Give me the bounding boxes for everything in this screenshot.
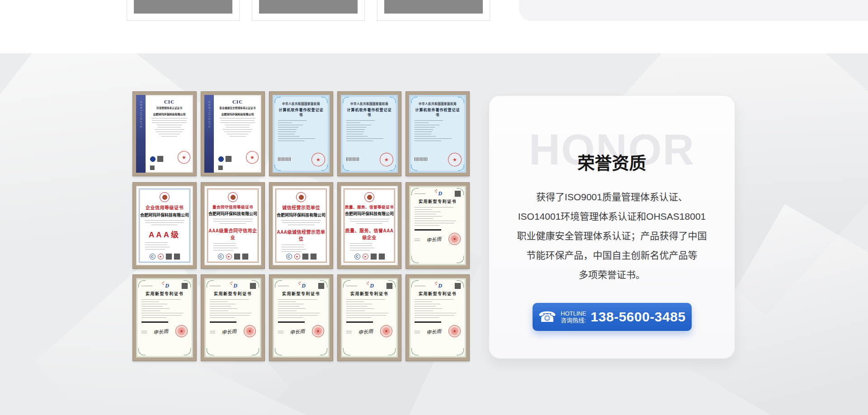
- certificate-title: 实用新型专利证书: [415, 198, 461, 204]
- certificate-paper: 中华人民共和国国家版权局 计算机软件著作权登记证书 ★: [409, 95, 466, 173]
- certificate-paper: D 实用新型专利证书 申长雨 ★: [136, 278, 193, 358]
- cnipa-logo: D: [438, 190, 442, 197]
- red-seal: ★: [380, 325, 392, 337]
- certificate-thumbnail-patent[interactable]: D 实用新型专利证书 申长雨 ★: [406, 275, 469, 361]
- certificate-thumbnail-patent[interactable]: D 实用新型专利证书 申长雨 ★: [406, 183, 469, 269]
- qr-code: [318, 283, 324, 289]
- project-photo-card[interactable]: [127, 0, 240, 21]
- red-stamp: ★: [177, 150, 191, 165]
- description-line: 职业健康安全管理体系认证；产品获得了中国: [503, 226, 721, 245]
- certificate-text-lines: [348, 219, 391, 224]
- certificate-text-lines: [149, 127, 189, 137]
- project-photo-card[interactable]: [377, 0, 490, 21]
- red-seal: ★: [244, 325, 256, 337]
- certificate-thumbnail-patent[interactable]: D 实用新型专利证书 申长雨 ★: [338, 275, 401, 361]
- certificate-paper: D 实用新型专利证书 申长雨 ★: [273, 278, 330, 358]
- signature: 申长雨: [221, 327, 236, 335]
- certificate-paper: 中华人民共和国国家版权局 计算机软件著作权登记证书 ★: [341, 95, 398, 173]
- qr-code: [302, 254, 308, 259]
- cnipa-logo: D: [438, 283, 442, 289]
- cnipa-logo: D: [233, 283, 237, 289]
- certificate-paper: 质量、服务、信誉等级证书 合肥珂玛环保科技有限公司 质量、服务、信誉AAA级企业…: [341, 186, 398, 265]
- hotline-labels: HOTLINE 咨询热线:: [561, 310, 586, 324]
- credit-badge: C: [286, 254, 292, 259]
- certificate-text-lines: [142, 299, 188, 318]
- barcode: [278, 157, 292, 161]
- certificate-text-lines: [415, 299, 461, 318]
- award-grade: AAA级重合同守信用企业: [207, 227, 259, 241]
- award-grade: 质量、服务、信誉AAA级企业: [344, 227, 395, 241]
- hotline-number: 138-5600-3485: [591, 309, 686, 325]
- star-badge: ★: [294, 254, 300, 259]
- red-emblem: [364, 192, 374, 202]
- certificate-title: 实用新型专利证书: [278, 291, 324, 297]
- qr-code: [371, 254, 377, 259]
- certificate-paper: 重合同守信用等级证书 合肥珂玛环保科技有限公司 AAA级重合同守信用企业 C ★: [204, 186, 261, 265]
- certificate-thumbnail-patent[interactable]: D 实用新型专利证书 申长雨 ★: [201, 275, 264, 361]
- red-emblem: [228, 192, 238, 202]
- certificate-thumbnail-copyright[interactable]: 中华人民共和国国家版权局 计算机软件著作权登记证书 ★: [269, 92, 333, 176]
- credit-badge: C: [218, 254, 224, 259]
- certificate-title: 实用新型专利证书: [210, 291, 256, 297]
- certificate-text-lines: [282, 245, 310, 252]
- certificate-thumbnail-credit[interactable]: 诚信经营示范单位 合肥珂玛环保科技有限公司 AAA级诚信经营示范单位 C ★: [269, 183, 333, 269]
- certificate-title: 重合同守信用等级证书: [207, 204, 259, 209]
- certificate-text-lines: [350, 243, 378, 250]
- cnipa-logo: D: [370, 283, 374, 289]
- qr-code: [150, 165, 155, 170]
- description-line: ISO14001环境管理体系认证和OHSAS18001: [503, 207, 721, 226]
- signature: 申长雨: [426, 235, 441, 243]
- signature: 申长雨: [289, 327, 305, 335]
- honor-description: 获得了ISO9001质量管理体系认证、 ISO14001环境管理体系认证和OHS…: [503, 187, 721, 284]
- description-line: 获得了ISO9001质量管理体系认证、: [503, 187, 721, 207]
- certificate-thumbnail-credit[interactable]: 重合同守信用等级证书 合肥珂玛环保科技有限公司 AAA级重合同守信用企业 C ★: [201, 183, 264, 269]
- qr-code: [379, 254, 385, 259]
- honor-card: HONOR 荣誉资质 获得了ISO9001质量管理体系认证、 ISO14001环…: [489, 96, 735, 358]
- red-emblem: [296, 192, 306, 202]
- certificate-paper: D 实用新型专利证书 申长雨 ★: [341, 278, 398, 358]
- qr-code: [218, 165, 223, 170]
- certificate-paper: 中华人民共和国国家版权局 计算机软件著作权登记证书 ★: [273, 95, 330, 173]
- signature: 申长雨: [426, 327, 441, 335]
- certificate-thumbnail-patent[interactable]: D 实用新型专利证书 申长雨 ★: [269, 275, 333, 361]
- certificate-paper: 企业信用等级证书 合肥珂玛环保科技有限公司 AAA级 C ★: [136, 186, 193, 265]
- barcode: [415, 157, 428, 161]
- hotline-label-zh: 咨询热线:: [561, 317, 586, 324]
- red-stamp: ★: [245, 150, 259, 165]
- phone-icon: ☎: [538, 310, 556, 324]
- certificate-text-lines: [278, 120, 324, 141]
- excavated-foundation-pit: [384, 0, 483, 14]
- certificate-thumbnail-copyright[interactable]: 中华人民共和国国家版权局 计算机软件著作权登记证书 ★: [338, 92, 401, 176]
- certificate-title: 实用新型专利证书: [415, 291, 461, 297]
- orange-crane-truck-at-site: [259, 0, 358, 14]
- certificate-text-lines: [346, 299, 392, 318]
- issuing-authority: 中华人民共和国国家版权局: [278, 101, 324, 106]
- certificate-title: 计算机软件著作权登记证书: [346, 107, 392, 117]
- certificate-title: 职业健康安全管理体系认证证书: [218, 106, 257, 110]
- red-seal: ★: [175, 325, 188, 337]
- certificate-thumbnail-copyright[interactable]: 中华人民共和国国家版权局 计算机软件著作权登记证书 ★: [406, 92, 469, 176]
- qr-code: [455, 191, 461, 197]
- qr-code: [166, 254, 172, 259]
- hotline-button[interactable]: ☎ HOTLINE 咨询热线: 138-5600-3485: [533, 303, 692, 331]
- company-name: 合肥珂玛环保科技有限公司: [149, 112, 189, 116]
- description-line: 多项荣誉证书。: [503, 265, 721, 284]
- certificate-paper: D 实用新型专利证书 申长雨 ★: [204, 278, 261, 358]
- cnipa-logo: D: [302, 283, 306, 289]
- certificate-side-band: CERTIFICATE: [204, 95, 214, 173]
- honor-title: 荣誉资质: [489, 149, 735, 174]
- certificate-thumbnail-patent[interactable]: D 实用新型专利证书 申长雨 ★: [133, 275, 196, 361]
- company-name: 合肥珂玛环保科技有限公司: [217, 112, 258, 116]
- red-star-stamp: ★: [447, 152, 463, 168]
- certificate-thumbnail-cic[interactable]: CERTIFICATE CIC 职业健康安全管理体系认证证书 合肥珂玛环保科技有…: [201, 92, 264, 176]
- certificate-title: 企业信用等级证书: [139, 204, 190, 211]
- certificate-thumbnail-cic[interactable]: CERTIFICATE CIC 环境管理体系认证证书 合肥珂玛环保科技有限公司 …: [133, 92, 196, 176]
- project-photo-card[interactable]: [252, 0, 365, 21]
- certificate-text-lines: [213, 243, 242, 250]
- certificate-title: 实用新型专利证书: [142, 291, 188, 297]
- credit-badge: C: [354, 254, 360, 259]
- certificate-thumbnail-credit[interactable]: 质量、服务、信誉等级证书 合肥珂玛环保科技有限公司 质量、服务、信誉AAA级企业…: [338, 183, 401, 269]
- red-star-stamp: ★: [379, 152, 395, 168]
- red-seal: ★: [312, 325, 324, 337]
- certificate-thumbnail-credit[interactable]: 企业信用等级证书 合肥珂玛环保科技有限公司 AAA级 C ★: [133, 183, 196, 269]
